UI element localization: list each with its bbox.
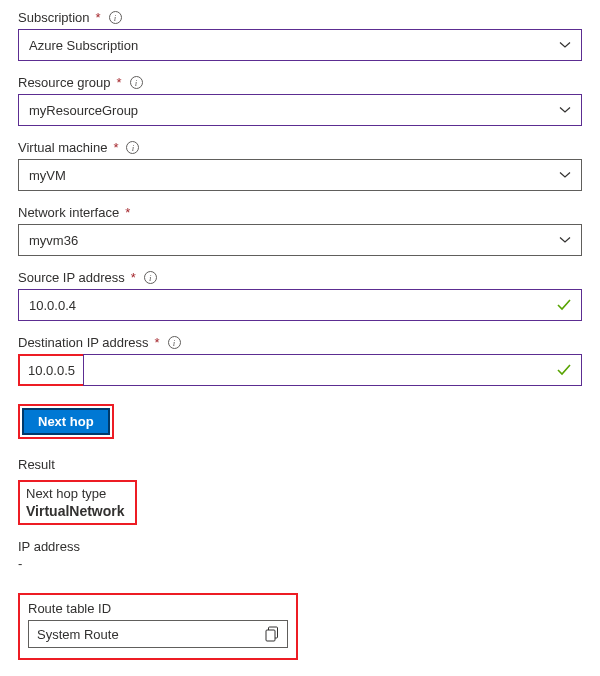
network-interface-select[interactable]: myvm36 [18, 224, 582, 256]
input-value: 10.0.0.4 [29, 298, 76, 313]
network-interface-label: Network interface * [18, 205, 582, 220]
destination-ip-highlight: 10.0.0.5 [18, 354, 83, 386]
virtual-machine-field: Virtual machine * i myVM [18, 140, 582, 191]
resource-group-field: Resource group * i myResourceGroup [18, 75, 582, 126]
destination-ip-label: Destination IP address * i [18, 335, 582, 350]
required-marker: * [113, 140, 118, 155]
network-interface-field: Network interface * myvm36 [18, 205, 582, 256]
required-marker: * [131, 270, 136, 285]
subscription-select[interactable]: Azure Subscription [18, 29, 582, 61]
select-value: myResourceGroup [29, 103, 138, 118]
subscription-field: Subscription * i Azure Subscription [18, 10, 582, 61]
check-icon [557, 299, 571, 311]
source-ip-input[interactable]: 10.0.0.4 [18, 289, 582, 321]
chevron-down-icon [559, 106, 571, 114]
result-section: Result Next hop type VirtualNetwork [18, 457, 582, 525]
next-hop-highlight: Next hop [18, 404, 114, 439]
chevron-down-icon [559, 236, 571, 244]
label-text: Network interface [18, 205, 119, 220]
select-value: myVM [29, 168, 66, 183]
chevron-down-icon [559, 41, 571, 49]
highlight-value: 10.0.0.5 [28, 363, 75, 378]
resource-group-select[interactable]: myResourceGroup [18, 94, 582, 126]
required-marker: * [125, 205, 130, 220]
resource-group-label: Resource group * i [18, 75, 582, 90]
next-hop-wrapper: Next hop [18, 404, 582, 439]
label-text: Source IP address [18, 270, 125, 285]
label-text: Resource group [18, 75, 111, 90]
ip-address-label: IP address [18, 539, 582, 554]
result-header: Result [18, 457, 582, 472]
select-value: Azure Subscription [29, 38, 138, 53]
select-value: myvm36 [29, 233, 78, 248]
info-icon[interactable]: i [130, 76, 143, 89]
virtual-machine-select[interactable]: myVM [18, 159, 582, 191]
label-text: Virtual machine [18, 140, 107, 155]
info-icon[interactable]: i [126, 141, 139, 154]
ip-address-value: - [18, 556, 582, 571]
source-ip-label: Source IP address * i [18, 270, 582, 285]
subscription-label: Subscription * i [18, 10, 582, 25]
copy-icon[interactable] [265, 626, 279, 642]
route-table-section: Route table ID System Route [18, 593, 298, 660]
svg-rect-1 [266, 630, 275, 641]
check-icon [557, 364, 571, 376]
destination-ip-input[interactable] [83, 354, 582, 386]
destination-ip-row: 10.0.0.5 [18, 354, 582, 386]
label-text: Subscription [18, 10, 90, 25]
route-table-value: System Route [37, 627, 119, 642]
route-table-label: Route table ID [28, 601, 288, 616]
ip-address-section: IP address - [18, 539, 582, 571]
next-hop-type-box: Next hop type VirtualNetwork [18, 480, 137, 525]
next-hop-button[interactable]: Next hop [22, 408, 110, 435]
info-icon[interactable]: i [109, 11, 122, 24]
label-text: Destination IP address [18, 335, 149, 350]
route-table-input[interactable]: System Route [28, 620, 288, 648]
next-hop-type-label: Next hop type [26, 486, 125, 501]
source-ip-field: Source IP address * i 10.0.0.4 [18, 270, 582, 321]
required-marker: * [155, 335, 160, 350]
virtual-machine-label: Virtual machine * i [18, 140, 582, 155]
chevron-down-icon [559, 171, 571, 179]
required-marker: * [96, 10, 101, 25]
info-icon[interactable]: i [144, 271, 157, 284]
required-marker: * [117, 75, 122, 90]
destination-ip-field: Destination IP address * i 10.0.0.5 [18, 335, 582, 386]
info-icon[interactable]: i [168, 336, 181, 349]
next-hop-type-value: VirtualNetwork [26, 503, 125, 519]
